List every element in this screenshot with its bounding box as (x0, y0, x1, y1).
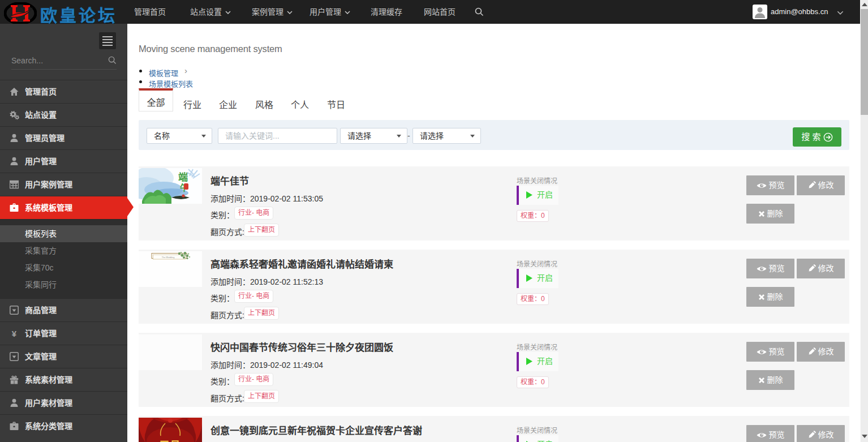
svg-text:元旦: 元旦 (159, 440, 181, 442)
svg-text:¥: ¥ (12, 329, 17, 338)
svg-text:The Wedding: The Wedding (162, 256, 175, 259)
svg-text:端: 端 (178, 171, 188, 183)
